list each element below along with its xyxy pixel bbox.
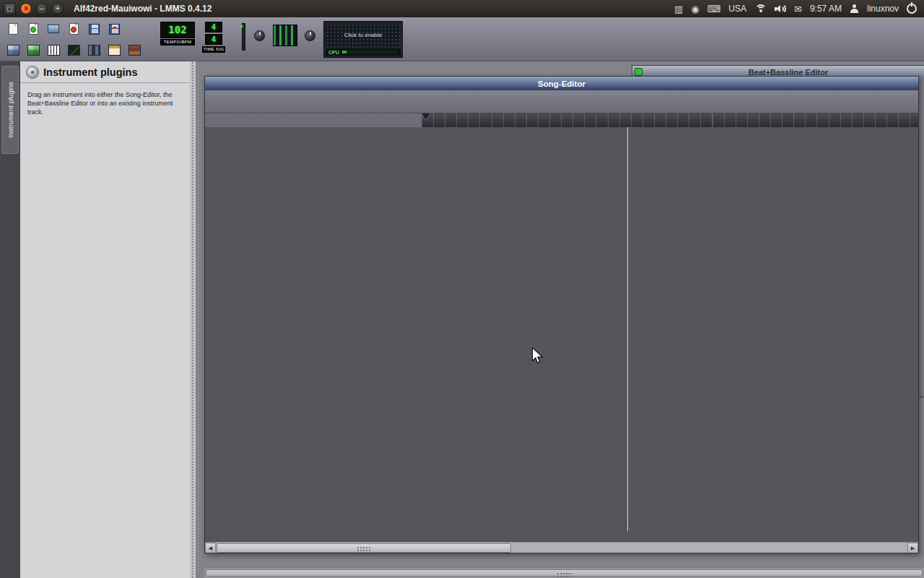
song-editor-title: Song-Editor [205,79,918,88]
cpu-meter [342,51,397,53]
song-editor-icon[interactable] [4,41,22,59]
ruler-spacer [205,113,422,127]
keyboard-icon[interactable]: ⌨ [707,4,721,14]
tab-instrument-plugins-label: Instrument plugins [6,82,14,138]
cpu-label: CPU [328,50,339,55]
notes-glyph [108,45,121,56]
grid-green-glyph [27,45,40,56]
bb-editor-icon-small [635,68,642,76]
save-project-icon[interactable] [85,20,103,38]
export-project-icon[interactable] [105,20,123,38]
workspace: Beat+Bassline Editor Song-Editor ◀ [196,61,924,578]
song-editor-toolbar [205,90,918,113]
lmms-toolbar: 102 TEMPO/BPM 4 4 TIME SIG ▼ Click to en… [0,17,924,61]
grid-blue-glyph [7,45,19,56]
red-dot [71,27,77,33]
open-project-icon[interactable] [25,20,42,38]
app-icon [4,3,16,15]
scroll-left-button[interactable]: ◀ [205,543,216,553]
red-dot [112,27,118,33]
keyboard-layout-label[interactable]: USA [728,4,746,14]
song-hscrollbar[interactable]: ◀ ▶ [205,542,918,553]
master-volume-thumb[interactable]: ▼ [238,24,245,30]
timeline-row [205,113,918,127]
master-volume-slider[interactable]: ▼ [238,22,247,52]
session-indicator-icon[interactable]: ◉ [691,4,699,14]
rack-glyph [128,45,141,56]
system-tray: ▥ ◉ ⌨ USA ✉ 9:57 AM linuxnov [674,4,924,14]
page-glyph [9,23,18,35]
window-close-button[interactable]: × [20,3,32,14]
window-maximize-button[interactable]: + [52,3,64,14]
timesig-numerator-display[interactable]: 4 [205,22,222,33]
bb-editor-icon[interactable] [25,41,42,59]
recent-projects-icon[interactable] [45,20,62,38]
graph-glyph [68,45,80,56]
clock-label[interactable]: 9:57 AM [810,4,842,14]
cpu-load-widget[interactable]: Click to enable CPU [323,21,403,58]
instrument-plugins-panel: Instrument plugins Drag an instrument in… [20,61,190,578]
new-project-icon[interactable] [4,20,22,38]
workspace-hscrollbar[interactable] [204,567,924,578]
project-notes-icon[interactable] [105,41,123,59]
song-editor-body: ◀ ▶ [205,127,918,553]
mixer-glyph [88,45,100,56]
master-pitch-knob-2[interactable] [305,30,315,41]
plugin-list [20,119,190,128]
tempo-label: TEMPO/BPM [160,39,195,46]
automation-editor-icon[interactable] [65,41,82,59]
mail-icon[interactable]: ✉ [794,4,802,14]
song-editor-window[interactable]: Song-Editor ◀ ▶ [204,76,919,553]
timesig-label: TIME SIG [202,46,225,53]
device-glyph [48,25,59,33]
playhead-marker[interactable] [422,113,430,120]
import-project-icon[interactable] [65,20,82,38]
screen: × – + Alf42red-Mauiwowi - LMMS 0.4.12 ▥ … [0,0,924,578]
tray-indicator-icon[interactable]: ▥ [674,4,683,14]
green-dot [30,27,36,33]
piano-glyph [48,45,60,56]
master-pitch-knob[interactable] [254,30,265,41]
workspace-scrollbar-thumb[interactable] [206,569,923,577]
sidebar-resize-handle[interactable] [190,61,196,578]
song-editor-title-bar[interactable]: Song-Editor [205,77,918,90]
volume-icon[interactable] [775,4,786,14]
window-minimize-button[interactable]: – [36,3,48,14]
plugins-header-icon [26,66,39,79]
power-icon[interactable] [907,4,917,14]
user-icon[interactable] [850,4,859,14]
tempo-display[interactable]: 102 [160,22,195,38]
visualizer-icon[interactable] [273,25,297,46]
controller-rack-icon[interactable] [126,41,143,59]
song-editor-empty-area [205,520,918,542]
bb-editor-title: Beat+Bassline Editor [642,68,924,77]
disk-glyph [109,24,120,35]
piano-roll-icon[interactable] [45,41,62,59]
page-glyph [29,23,38,35]
username-label[interactable]: linuxnov [867,4,899,14]
fx-mixer-icon[interactable] [85,41,103,59]
plugins-panel-description: Drag an instrument into either the Song-… [20,83,183,119]
timesig-denominator-display[interactable]: 4 [205,34,222,45]
window-title: Alf42red-Mauiwowi - LMMS 0.4.12 [74,4,212,14]
cpu-message: Click to enable [344,32,382,38]
timeline-ruler[interactable] [422,113,918,127]
mouse-cursor [532,348,544,365]
playhead-line [627,127,628,531]
system-top-bar: × – + Alf42red-Mauiwowi - LMMS 0.4.12 ▥ … [0,0,924,17]
page-glyph [69,23,79,35]
scroll-right-button[interactable]: ▶ [907,543,918,553]
wifi-icon[interactable] [754,4,767,14]
tab-instrument-plugins[interactable]: Instrument plugins [1,66,19,154]
scrollbar-thumb[interactable] [217,543,511,553]
disk-glyph [89,24,100,35]
plugins-panel-title: Instrument plugins [43,66,138,78]
side-tab-strip: Instrument plugins [0,61,20,578]
